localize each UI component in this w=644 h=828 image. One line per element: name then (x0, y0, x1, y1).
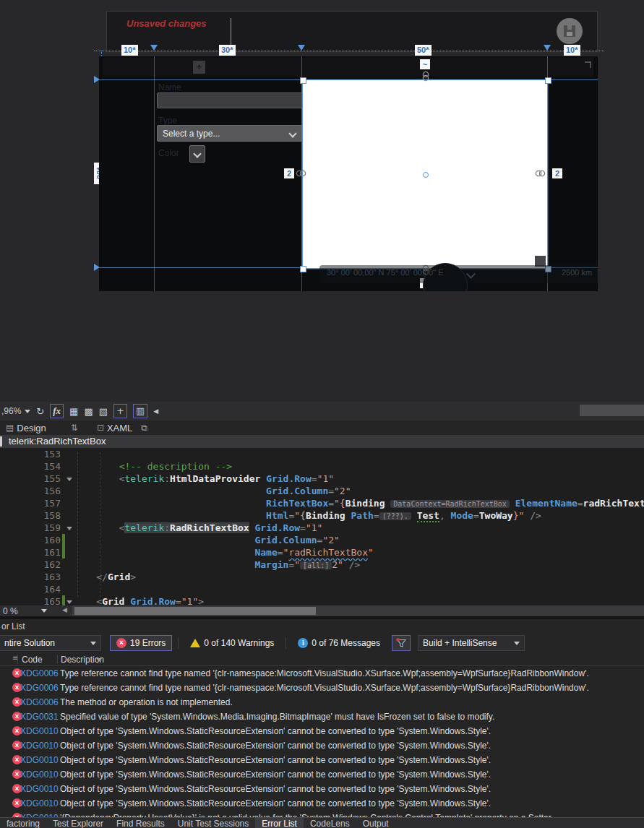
column-size-badge-2[interactable]: 50* (415, 45, 432, 56)
errors-filter-button[interactable]: × 19 Errors (110, 635, 172, 651)
editor-hscrollbar[interactable] (72, 605, 644, 616)
xaml-code-editor[interactable]: 153154 <!-- description -->155 <telerik:… (0, 448, 644, 605)
error-code[interactable]: XDG0010 (20, 726, 59, 736)
error-row[interactable]: ×XDG0010Object of type 'System.Windows.S… (0, 767, 644, 782)
panel-tab-codelens[interactable]: CodeLens (304, 818, 356, 828)
column-splitter-handle[interactable] (150, 45, 158, 51)
code-line[interactable]: 158 Html="{Binding Path=(???). Test, Mod… (0, 509, 644, 522)
column-splitter-handle[interactable] (544, 45, 551, 51)
refresh-icon[interactable]: ↻ (36, 406, 44, 417)
margin-badge-left[interactable]: 2 (284, 168, 294, 178)
editor-hscrollbar-thumb[interactable] (74, 607, 316, 615)
error-code[interactable]: XDG0010 (20, 798, 59, 808)
code-line[interactable]: 162 Margin="[all:]2" /> (0, 559, 644, 571)
column-header-code[interactable]: Code (22, 655, 43, 665)
chain-link-icon[interactable] (535, 170, 546, 177)
margin-badge-right[interactable]: 2 (552, 168, 562, 178)
error-row[interactable]: ×XDG0010Object of type 'System.Windows.S… (0, 796, 644, 811)
code-line[interactable]: 160 Grid.Column="2" (0, 534, 644, 546)
code-line[interactable]: 165 <Grid Grid.Row="1"> (0, 595, 644, 605)
panel-tab-factoring[interactable]: factoring (0, 818, 46, 828)
error-row[interactable]: ×XDG0006Type reference cannot find type … (0, 681, 644, 695)
code-token (510, 498, 515, 509)
error-code[interactable]: XDG0031 (20, 712, 59, 722)
chevron-down-icon[interactable] (41, 609, 47, 613)
code-line[interactable]: 156 Grid.Column="2" (0, 485, 644, 497)
error-code[interactable]: XDG0010 (20, 784, 59, 794)
margin-badge-top[interactable]: ~ (420, 59, 430, 69)
snap-to-grid-button[interactable]: ▥ (133, 404, 147, 418)
fold-chevron-icon[interactable] (65, 522, 74, 534)
code-line[interactable]: 154 <!-- description --> (0, 460, 644, 473)
save-button[interactable] (557, 18, 583, 44)
type-combobox[interactable]: Select a type... (157, 125, 302, 142)
resize-handle[interactable] (300, 77, 306, 84)
error-row[interactable]: ×XDG0010Object of type 'System.Windows.S… (0, 753, 644, 767)
color-dropdown[interactable] (189, 145, 205, 163)
swap-panes-icon[interactable]: ⇅ (71, 423, 78, 433)
grid-options-icon[interactable]: ▩ (84, 406, 93, 417)
warnings-filter-button[interactable]: 0 of 140 Warnings (184, 635, 280, 651)
editor-zoom-value[interactable]: 0 % (3, 606, 18, 616)
error-row[interactable]: ×XDG0006Type reference cannot find type … (0, 666, 644, 681)
error-code[interactable]: XDG0006 (20, 668, 59, 678)
error-row[interactable]: ×XDG0010'{DependencyProperty.UnsetValue}… (0, 811, 644, 817)
xaml-designer-surface[interactable]: Unsaved changes 10* 30* 50* 10* 80* + Na (0, 0, 644, 402)
popout-icon[interactable]: ⧉ (141, 423, 147, 433)
tab-xaml[interactable]: XAML (107, 423, 132, 434)
scroll-left-arrow-icon[interactable]: ◀ (62, 606, 67, 613)
breadcrumb[interactable]: telerik:RadRichTextBox (0, 435, 644, 448)
resize-handle[interactable] (300, 266, 306, 272)
code-line[interactable]: 155 <telerik:HtmlDataProvider Grid.Row="… (0, 473, 644, 485)
column-size-badge-1[interactable]: 30* (219, 45, 236, 56)
error-row[interactable]: ×XDG0010Object of type 'System.Windows.S… (0, 724, 644, 738)
error-row[interactable]: ×XDG0006The method or operation is not i… (0, 695, 644, 710)
tab-design[interactable]: Design (17, 423, 46, 434)
column-ruler[interactable] (94, 51, 604, 51)
error-code[interactable]: XDG0010 (20, 769, 59, 780)
code-line[interactable]: 164 (0, 583, 644, 595)
code-line[interactable]: 161 Name="radRichTextBox" (0, 546, 644, 559)
column-splitter-handle[interactable] (298, 45, 305, 51)
panel-tab-output[interactable]: Output (356, 818, 395, 828)
effects-button[interactable]: fx (50, 404, 64, 418)
fold-chevron-icon[interactable] (65, 595, 74, 605)
resize-handle[interactable] (545, 77, 551, 84)
selected-richtextbox-element[interactable] (302, 79, 548, 269)
code-line[interactable]: 157 RichTextBox="{Binding DataContext=Ra… (0, 497, 644, 509)
error-code[interactable]: XDG0010 (20, 755, 59, 765)
column-size-badge-3[interactable]: 10* (564, 45, 580, 56)
chain-link-icon[interactable] (422, 71, 429, 82)
artboard-map-surface[interactable]: + Name Type Select a type... Color (99, 56, 598, 291)
error-row[interactable]: ×XDG0010Object of type 'System.Windows.S… (0, 782, 644, 796)
fold-chevron-icon[interactable] (65, 473, 74, 485)
snaplines-button[interactable]: + (113, 404, 127, 418)
chain-link-icon[interactable] (296, 170, 306, 177)
chevron-down-icon[interactable] (25, 410, 30, 413)
error-code[interactable]: XDG0006 (20, 697, 59, 707)
code-line[interactable]: 153 (0, 448, 644, 460)
build-intellisense-dropdown[interactable]: Build + IntelliSense (418, 635, 525, 651)
name-textbox[interactable] (157, 92, 304, 108)
column-size-badge-0[interactable]: 10* (121, 45, 138, 56)
code-token: = (473, 510, 479, 521)
thumbnail-grid-icon[interactable]: ▦ (69, 406, 78, 417)
filter-button[interactable] (392, 635, 411, 651)
designer-hscrollbar-thumb[interactable] (580, 405, 644, 416)
code-line[interactable]: 159 <telerik:RadRichTextBox Grid.Row="1" (0, 522, 644, 534)
messages-filter-button[interactable]: i 0 of 76 Messages (292, 635, 386, 651)
panel-tab-unit-test-sessions[interactable]: Unit Test Sessions (171, 818, 256, 828)
panel-tab-find-results[interactable]: Find Results (110, 818, 171, 828)
panel-tab-test-explorer[interactable]: Test Explorer (46, 818, 110, 828)
error-row[interactable]: ×XDG0031Specified value of type 'System.… (0, 710, 644, 724)
error-row[interactable]: ×XDG0010Object of type 'System.Windows.S… (0, 738, 644, 753)
gradient-icon[interactable]: ▨ (99, 406, 108, 417)
back-arrow-icon[interactable]: ◀ (153, 407, 158, 415)
scope-dropdown[interactable]: ntire Solution (0, 635, 101, 651)
code-token: Binding (306, 510, 345, 521)
panel-tab-error-list[interactable]: Error List (255, 818, 304, 828)
error-code[interactable]: XDG0006 (20, 683, 59, 693)
zoom-dropdown[interactable]: ,96% (1, 406, 21, 416)
code-line[interactable]: 163 </Grid> (0, 571, 644, 583)
error-code[interactable]: XDG0010 (20, 741, 59, 751)
